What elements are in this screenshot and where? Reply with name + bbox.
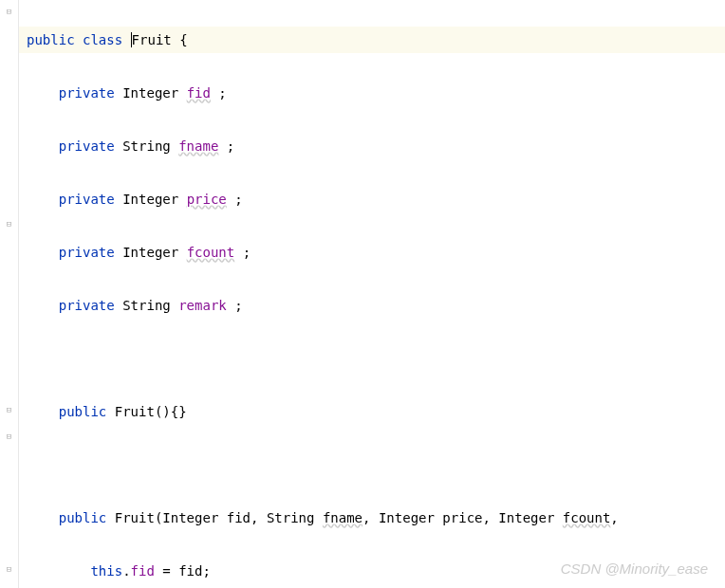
code-line[interactable]: public Fruit(){} [19, 398, 725, 425]
fold-icon[interactable]: ⊟ [5, 565, 13, 574]
gutter: ⊟ ⊟ ⊟ ⊟ ⊟ [0, 0, 19, 588]
code-line[interactable]: private String fname ; [19, 133, 725, 159]
code-line[interactable]: private Integer price ; [19, 186, 725, 212]
code-line[interactable]: private String remark ; [19, 292, 725, 319]
fold-icon[interactable]: ⊟ [5, 8, 13, 16]
code-line[interactable] [19, 451, 725, 478]
code-line[interactable] [19, 345, 725, 372]
fold-icon[interactable]: ⊟ [5, 220, 13, 229]
code-line[interactable]: this.fid = fid; [19, 558, 725, 584]
fold-icon[interactable]: ⊟ [5, 432, 13, 441]
code-line[interactable]: private Integer fcount ; [19, 239, 725, 266]
code-line[interactable]: private Integer fid ; [19, 80, 725, 106]
code-content[interactable]: public class Fruit { private Integer fid… [19, 0, 725, 588]
code-line[interactable]: public class Fruit { [19, 27, 725, 53]
code-editor[interactable]: ⊟ ⊟ ⊟ ⊟ ⊟ public class Fruit { private I… [0, 0, 725, 588]
code-line[interactable]: public Fruit(Integer fid, String fname, … [19, 505, 725, 531]
fold-icon[interactable]: ⊟ [5, 406, 13, 414]
